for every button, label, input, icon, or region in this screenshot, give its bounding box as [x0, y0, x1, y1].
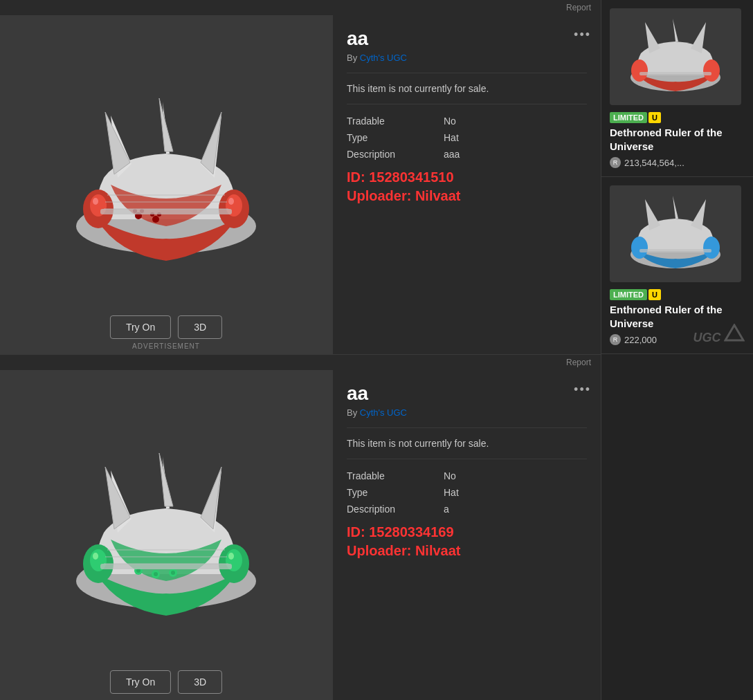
side-item-2[interactable]: LIMITED U Enthroned Ruler of the Univers…: [601, 177, 753, 354]
svg-point-57: [631, 237, 648, 259]
item-info-1: ••• aa By Cyth's UGC This item is not cu…: [332, 15, 601, 354]
report-text-1: Report: [566, 3, 591, 12]
item-uploader-2: Uploader: Nilvaat: [347, 543, 587, 559]
unique-badge-1: U: [648, 112, 661, 123]
item-details-2: Tradable No Type Hat Description a: [347, 470, 587, 515]
hat-image-2: [55, 429, 277, 650]
tradable-label-1: Tradable: [347, 116, 444, 127]
item-preview-2: Try On 3D: [0, 370, 332, 700]
item-creator-2: By Cyth's UGC: [347, 407, 587, 428]
description-row-2: Description a: [347, 504, 587, 515]
limited-badge-2: LIMITED U: [610, 289, 661, 300]
description-label-1: Description: [347, 149, 444, 160]
try-on-button-2[interactable]: Try On: [110, 670, 171, 694]
item-id-2: ID: 15280334169: [347, 524, 587, 540]
svg-rect-59: [639, 249, 711, 252]
ugc-text: UGC: [693, 331, 721, 344]
svg-point-37: [171, 571, 175, 575]
ugc-logo: UGC: [693, 324, 745, 345]
limited-text-1: LIMITED: [610, 112, 647, 123]
type-value-2: Hat: [444, 487, 459, 498]
price-value-1: 213,544,564,...: [624, 158, 684, 168]
sale-status-1: This item is not currently for sale.: [347, 83, 587, 104]
more-options-btn-2[interactable]: •••: [574, 383, 591, 397]
svg-marker-60: [725, 325, 743, 340]
svg-rect-19: [100, 209, 232, 214]
description-label-2: Description: [347, 504, 444, 515]
description-value-1: aaa: [444, 149, 460, 160]
3d-button-1[interactable]: 3D: [178, 315, 222, 339]
type-value-1: Hat: [444, 132, 459, 143]
hat-image-1: [55, 74, 277, 295]
creator-link-2[interactable]: Cyth's UGC: [360, 407, 407, 418]
tradable-label-2: Tradable: [347, 470, 444, 481]
side-item-img-1: [610, 8, 741, 105]
item-title-2: aa: [347, 383, 587, 405]
item-card-2: Try On 3D ••• aa By Cyth's UGC This item…: [0, 370, 601, 700]
side-hat-svg-1: [620, 15, 731, 98]
svg-point-41: [228, 553, 234, 560]
item-id-1: ID: 15280341510: [347, 169, 587, 185]
item-creator-1: By Cyth's UGC: [347, 53, 587, 73]
svg-marker-48: [673, 19, 678, 42]
side-item-price-1: R 213,544,564,...: [610, 157, 745, 168]
type-row-2: Type Hat: [347, 487, 587, 498]
side-item-img-2: [610, 185, 741, 282]
ugc-triangle-icon: [724, 324, 745, 342]
item-actions-1: Try On 3D: [110, 315, 222, 339]
item-preview-1: Try On 3D ADVERTISEMENT: [0, 15, 332, 354]
type-label-1: Type: [347, 132, 444, 143]
svg-point-12: [152, 216, 159, 223]
creator-link-1[interactable]: Cyth's UGC: [360, 53, 407, 63]
more-options-btn-1[interactable]: •••: [574, 28, 591, 42]
report-text-2: Report: [566, 358, 591, 367]
svg-point-16: [93, 198, 98, 205]
type-label-2: Type: [347, 487, 444, 498]
advertisement-label-1: ADVERTISEMENT: [132, 342, 200, 350]
item-details-1: Tradable No Type Hat Description aaa: [347, 116, 587, 160]
svg-point-35: [154, 572, 158, 576]
tradable-value-1: No: [444, 116, 456, 127]
item-info-2: ••• aa By Cyth's UGC This item is not cu…: [332, 370, 601, 700]
robux-icon-1: R: [610, 157, 621, 168]
svg-point-18: [228, 198, 234, 205]
svg-point-50: [631, 59, 648, 82]
description-value-2: a: [444, 504, 449, 515]
svg-point-58: [703, 237, 720, 259]
svg-marker-55: [673, 196, 678, 219]
report-link-top[interactable]: Report: [0, 0, 601, 15]
report-link-top-2[interactable]: Report: [0, 355, 601, 370]
type-row-1: Type Hat: [347, 132, 587, 143]
price-value-2: 222,000: [624, 335, 657, 345]
sale-status-2: This item is not currently for sale.: [347, 438, 587, 459]
tradable-value-2: No: [444, 470, 456, 481]
limited-text-2: LIMITED: [610, 289, 647, 300]
svg-marker-6: [105, 112, 130, 174]
limited-badge-1: LIMITED U: [610, 112, 661, 123]
3d-button-2[interactable]: 3D: [178, 670, 222, 694]
side-panel: LIMITED U Dethroned Ruler of the Univers…: [601, 0, 753, 700]
svg-point-39: [93, 553, 98, 560]
side-item-name-1: Dethroned Ruler of the Universe: [610, 126, 745, 153]
svg-rect-52: [639, 72, 711, 75]
svg-marker-30: [159, 453, 173, 506]
svg-marker-7: [159, 98, 173, 151]
svg-marker-29: [105, 467, 130, 529]
tradable-row-1: Tradable No: [347, 116, 587, 127]
side-item-1[interactable]: LIMITED U Dethroned Ruler of the Univers…: [601, 0, 753, 177]
unique-badge-2: U: [648, 289, 661, 300]
svg-rect-42: [100, 564, 232, 569]
svg-point-51: [703, 59, 720, 82]
description-row-1: Description aaa: [347, 149, 587, 160]
item-actions-2: Try On 3D: [110, 670, 222, 694]
item-title-1: aa: [347, 28, 587, 50]
side-hat-svg-2: [620, 192, 731, 275]
try-on-button-1[interactable]: Try On: [110, 315, 171, 339]
tradable-row-2: Tradable No: [347, 470, 587, 481]
item-card-1: Try On 3D ADVERTISEMENT ••• aa By Cyth's…: [0, 15, 601, 355]
robux-icon-2: R: [610, 334, 621, 345]
item-uploader-1: Uploader: Nilvaat: [347, 188, 587, 204]
